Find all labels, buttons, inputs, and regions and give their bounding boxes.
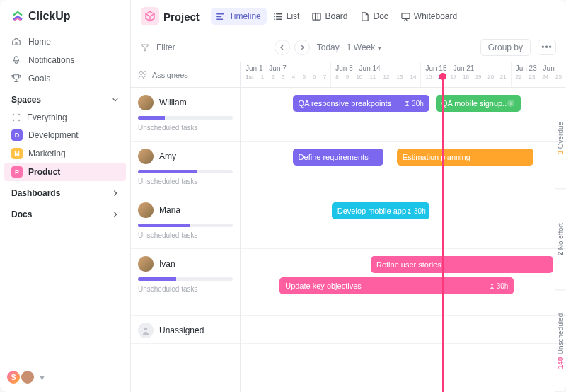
avatar: [138, 202, 154, 218]
task-label: Estimation planning: [403, 153, 470, 161]
avatar: [138, 323, 154, 338]
assignee-header[interactable]: Assignees: [131, 62, 240, 88]
list-icon: [274, 12, 283, 21]
nav-item-home[interactable]: Home: [0, 33, 130, 51]
groupby-button[interactable]: Group by: [480, 39, 531, 56]
filter-button[interactable]: Filter: [156, 42, 175, 52]
task-bar[interactable]: Update key objectives30h: [279, 277, 514, 294]
timeline-view: Assignees WilliamUnscheduled tasksAmyUns…: [131, 62, 566, 392]
timeline-toolbar: Filter Today 1 Week ▾ Group by •••: [131, 33, 566, 62]
timeline-icon: [216, 12, 226, 21]
side-stat-no-effort[interactable]: 2 No effort: [555, 189, 566, 290]
assignee-column: Assignees WilliamUnscheduled tasksAmyUns…: [131, 62, 241, 392]
side-stat-overdue[interactable]: 3 Overdue: [555, 88, 566, 189]
progress-bar: [138, 170, 233, 173]
svg-point-1: [13, 120, 15, 122]
nav-item-goals[interactable]: Goals: [0, 69, 130, 88]
app-name-label: ClickUp: [28, 10, 71, 23]
trophy-icon: [11, 74, 21, 83]
nav-item-notifications[interactable]: Notifications: [0, 51, 130, 69]
bell-icon: [11, 55, 21, 65]
side-stat-unscheduled[interactable]: 140 Unscheduled: [555, 291, 566, 392]
clickup-logo-icon: [11, 10, 24, 23]
info-icon: i: [507, 99, 515, 108]
week-header[interactable]: Jun 8 - Jun 14891011121314: [330, 62, 420, 87]
sidebar-space-marketing[interactable]: MMarketing: [0, 144, 130, 163]
tab-timeline[interactable]: Timeline: [211, 8, 267, 25]
task-bar[interactable]: QA mobile signup..i: [436, 95, 521, 112]
status-badges: 3 Overdue2 No effort140 Unscheduled: [555, 88, 566, 392]
unscheduled-label[interactable]: Unscheduled tasks: [138, 178, 233, 185]
progress-bar: [138, 116, 233, 120]
space-badge: M: [11, 148, 23, 159]
tab-whiteboard[interactable]: Whiteboard: [395, 8, 463, 25]
assignee-name: William: [159, 98, 187, 108]
home-icon: [11, 37, 21, 47]
assignee-row[interactable]: Unassigned: [131, 316, 240, 344]
project-header: Project TimelineListBoardDocWhiteboard: [131, 0, 566, 33]
hourglass-icon: [406, 208, 412, 214]
next-button[interactable]: [294, 40, 310, 55]
hourglass-icon: [404, 100, 410, 107]
whiteboard-icon: [401, 12, 410, 21]
task-label: Develop mobile app: [337, 207, 406, 215]
project-icon[interactable]: [141, 7, 159, 25]
chevron-right-icon: [299, 45, 305, 50]
assignee-row[interactable]: AmyUnscheduled tasks: [131, 142, 240, 195]
presence-avatars[interactable]: S ▾: [0, 369, 130, 385]
assignee-name: Ivan: [159, 259, 175, 269]
main-panel: Project TimelineListBoardDocWhiteboard F…: [131, 0, 566, 392]
sidebar-space-product[interactable]: PProduct: [4, 163, 126, 181]
docs-label: Docs: [11, 209, 32, 219]
space-badge: P: [11, 166, 23, 178]
avatar: [138, 256, 154, 272]
tab-board[interactable]: Board: [306, 8, 353, 25]
date-header: Jun 1 - Jun 71st1234567Jun 8 - Jun 14891…: [241, 62, 566, 88]
timeline-chart[interactable]: Jun 1 - Jun 71st1234567Jun 8 - Jun 14891…: [241, 62, 566, 392]
dashboards-section-toggle[interactable]: Dashboards: [0, 181, 130, 202]
task-duration: 30h: [489, 282, 509, 290]
spaces-section-toggle[interactable]: Spaces: [0, 88, 130, 109]
sidebar-space-development[interactable]: DDevelopment: [0, 126, 130, 144]
assignee-name: Maria: [159, 205, 180, 215]
unscheduled-label[interactable]: Unscheduled tasks: [138, 124, 233, 132]
project-title: Project: [163, 11, 200, 23]
assignees-label: Assignees: [152, 71, 188, 79]
task-duration: 30h: [404, 100, 424, 108]
assignee-name: Amy: [159, 151, 176, 161]
assignee-name: Unassigned: [159, 325, 204, 335]
task-bar[interactable]: Estimation planning: [397, 149, 533, 166]
app-logo[interactable]: ClickUp: [0, 10, 130, 33]
person-icon: [142, 326, 150, 335]
task-bar[interactable]: Refine user stories: [371, 256, 553, 273]
task-label: Define requirements: [299, 153, 369, 161]
chevron-right-icon: [112, 190, 119, 197]
today-marker: [442, 75, 444, 392]
docs-section-toggle[interactable]: Docs: [0, 202, 130, 224]
more-button[interactable]: •••: [538, 40, 556, 55]
week-header[interactable]: Jun 15 - Jun 2115161718192021: [420, 62, 510, 87]
task-bar[interactable]: Develop mobile app30h: [332, 202, 429, 219]
sidebar-space-everything[interactable]: Everything: [0, 109, 130, 126]
unscheduled-label[interactable]: Unscheduled tasks: [138, 231, 233, 239]
tab-list[interactable]: List: [268, 8, 306, 25]
range-selector[interactable]: 1 Week ▾: [347, 42, 381, 52]
assignee-row[interactable]: WilliamUnscheduled tasks: [131, 88, 240, 142]
prev-button[interactable]: [275, 40, 290, 55]
assignee-row[interactable]: IvanUnscheduled tasks: [131, 249, 240, 316]
tab-doc[interactable]: Doc: [354, 8, 393, 25]
chevron-right-icon: [112, 211, 119, 218]
sidebar: ClickUp HomeNotificationsGoals Spaces Ev…: [0, 0, 131, 392]
unscheduled-label[interactable]: Unscheduled tasks: [138, 285, 233, 293]
task-bar[interactable]: Define requirements: [293, 149, 384, 166]
svg-rect-4: [313, 13, 320, 19]
chevron-left-icon: [279, 45, 285, 50]
assignee-row[interactable]: MariaUnscheduled tasks: [131, 195, 240, 249]
chevron-down-icon: [112, 96, 119, 103]
progress-bar: [138, 224, 233, 227]
task-bar[interactable]: QA responsive breakpoints30h: [293, 95, 429, 112]
avatar: [138, 95, 154, 110]
today-button[interactable]: Today: [317, 42, 340, 52]
week-header[interactable]: Jun 23 - Jun22232425: [511, 62, 566, 87]
week-header[interactable]: Jun 1 - Jun 71st1234567: [241, 62, 330, 87]
